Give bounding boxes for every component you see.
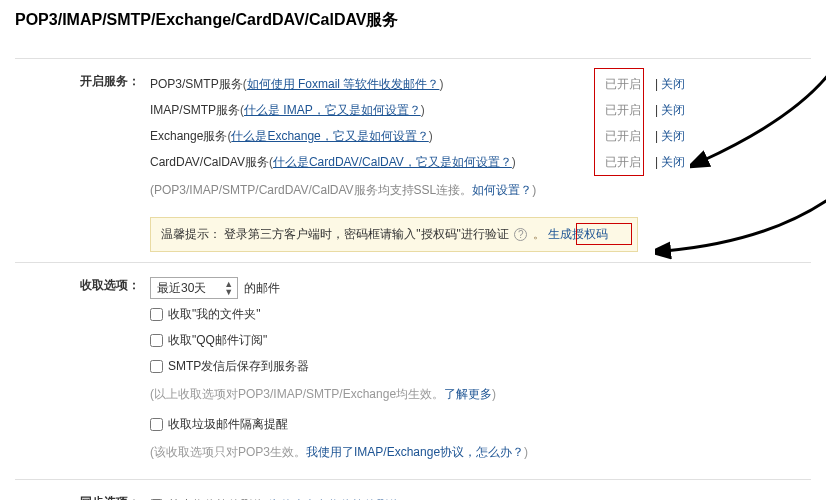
service-name: IMAP/SMTP服务	[150, 97, 240, 123]
tip-box: 温馨提示： 登录第三方客户端时，密码框请输入"授权码"进行验证 ? 。 生成授权…	[150, 217, 638, 252]
sync-label: 同步选项：	[15, 492, 150, 500]
sync-help-link[interactable]: 为什么会有收信软件删信？	[268, 492, 412, 500]
service-row-exchange: Exchange服务 ( 什么是Exchange，它又是如何设置？ ) 已开启 …	[150, 123, 811, 149]
status-off-link[interactable]: 关闭	[661, 129, 685, 143]
gen-auth-code-link[interactable]: 生成授权码	[548, 227, 608, 241]
chk-qq-subscribe[interactable]	[150, 334, 163, 347]
chk-spam-remind[interactable]	[150, 418, 163, 431]
status-on: 已开启	[605, 123, 655, 149]
tip-label: 温馨提示：	[161, 227, 221, 241]
ssl-note: (POP3/IMAP/SMTP/CardDAV/CalDAV服务均支持SSL连接…	[150, 177, 811, 203]
help-icon[interactable]: ?	[514, 228, 527, 241]
enable-label: 开启服务：	[15, 71, 150, 252]
select-arrows-icon: ▲▼	[224, 280, 233, 296]
service-name: POP3/SMTP服务	[150, 71, 243, 97]
chk-label: 收取"QQ邮件订阅"	[168, 327, 267, 353]
service-name: Exchange服务	[150, 123, 227, 149]
chk-my-folder[interactable]	[150, 308, 163, 321]
separator	[15, 262, 811, 263]
days-select[interactable]: 最近30天 ▲▼	[150, 277, 238, 299]
chk-smtp-save[interactable]	[150, 360, 163, 373]
select-suffix: 的邮件	[244, 275, 280, 301]
status-on: 已开启	[605, 71, 655, 97]
ssl-help-link[interactable]: 如何设置？	[472, 177, 532, 203]
learn-more-link[interactable]: 了解更多	[444, 381, 492, 407]
paren: )	[439, 71, 443, 97]
status-off-link[interactable]: 关闭	[661, 103, 685, 117]
receive-note-2: (该收取选项只对POP3生效。 我使用了IMAP/Exchange协议，怎么办？…	[150, 439, 811, 465]
receive-label: 收取选项：	[15, 275, 150, 469]
service-help-link[interactable]: 什么是CardDAV/CalDAV，它又是如何设置？	[273, 149, 512, 175]
tip-text: 登录第三方客户端时，密码框请输入"授权码"进行验证	[224, 227, 509, 241]
sync-options-section: 同步选项： 禁止收信软件删信 ( 为什么会有收信软件删信？ )	[15, 492, 811, 500]
receive-options-section: 收取选项： 最近30天 ▲▼ 的邮件 收取"我的文件夹" 收取"QQ邮件订阅" …	[15, 275, 811, 469]
receive-note-1: (以上收取选项对POP3/IMAP/SMTP/Exchange均生效。 了解更多…	[150, 381, 811, 407]
status-on: 已开启	[605, 149, 655, 175]
enable-services-section: 开启服务： POP3/SMTP服务 ( 如何使用 Foxmail 等软件收发邮件…	[15, 71, 811, 252]
service-help-link[interactable]: 什么是Exchange，它又是如何设置？	[231, 123, 428, 149]
chk-label: 禁止收信软件删信	[168, 492, 264, 500]
page-title: POP3/IMAP/SMTP/Exchange/CardDAV/CalDAV服务	[15, 10, 811, 43]
status-on: 已开启	[605, 97, 655, 123]
service-row-pop3: POP3/SMTP服务 ( 如何使用 Foxmail 等软件收发邮件？ ) 已开…	[150, 71, 811, 97]
service-help-link[interactable]: 什么是 IMAP，它又是如何设置？	[244, 97, 421, 123]
status-off-link[interactable]: 关闭	[661, 77, 685, 91]
imap-howto-link[interactable]: 我使用了IMAP/Exchange协议，怎么办？	[306, 439, 524, 465]
separator	[15, 479, 811, 480]
separator	[15, 58, 811, 59]
chk-label: SMTP发信后保存到服务器	[168, 353, 309, 379]
service-name: CardDAV/CalDAV服务	[150, 149, 269, 175]
service-row-imap: IMAP/SMTP服务 ( 什么是 IMAP，它又是如何设置？ ) 已开启 | …	[150, 97, 811, 123]
service-row-carddav: CardDAV/CalDAV服务 ( 什么是CardDAV/CalDAV，它又是…	[150, 149, 811, 175]
chk-label: 收取"我的文件夹"	[168, 301, 261, 327]
chk-label: 收取垃圾邮件隔离提醒	[168, 411, 288, 437]
status-off-link[interactable]: 关闭	[661, 155, 685, 169]
select-value: 最近30天	[157, 275, 206, 301]
service-help-link[interactable]: 如何使用 Foxmail 等软件收发邮件？	[247, 71, 440, 97]
